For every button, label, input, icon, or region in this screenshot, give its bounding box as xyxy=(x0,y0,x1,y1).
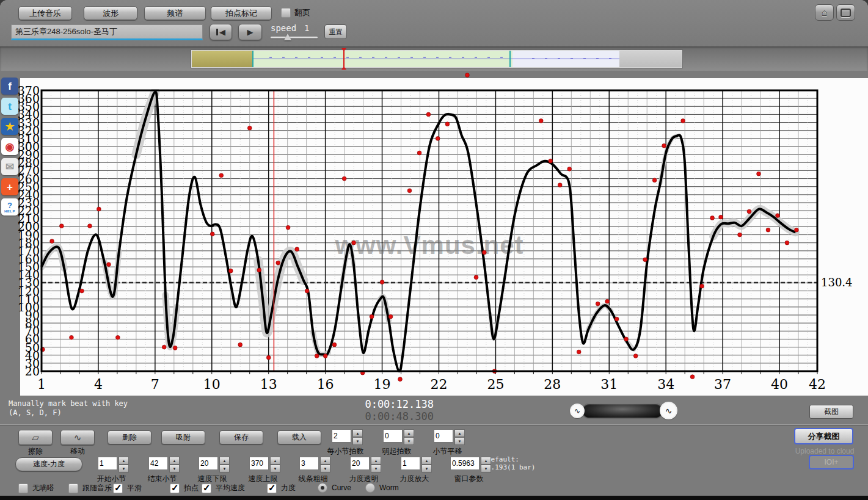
mean-tempo-option[interactable]: 平均速度 xyxy=(202,483,245,493)
worm-option[interactable]: Worm xyxy=(365,483,399,493)
toolbar-button-upload[interactable]: 上传音乐 xyxy=(18,6,72,20)
bar-shift-spinner[interactable]: ▲▼ xyxy=(434,429,465,445)
dyn-alpha-down-arrow[interactable]: ▼ xyxy=(371,465,381,473)
prev-button[interactable]: ◀ xyxy=(210,24,232,40)
beat-dot[interactable] xyxy=(370,314,374,319)
beat-dot[interactable] xyxy=(596,302,600,306)
beat-dot[interactable] xyxy=(643,258,647,262)
erase-button[interactable]: ▱ xyxy=(18,430,53,445)
tempo-min-up-arrow[interactable]: ▲ xyxy=(219,457,230,465)
tempo-chart[interactable]: www.Vmus.net130.437036035034033032031030… xyxy=(20,78,868,396)
pickup-beats-up-arrow[interactable]: ▲ xyxy=(404,429,414,437)
beat-dot[interactable] xyxy=(228,269,233,273)
share-plus-icon[interactable]: + xyxy=(1,178,18,195)
snap-button[interactable]: 吸附 xyxy=(161,430,205,444)
overview-selection-start-marker[interactable] xyxy=(252,51,253,67)
beat-dot[interactable] xyxy=(785,241,789,245)
dyn-scale-spinner[interactable]: ▲▼ xyxy=(401,457,432,473)
toolbar-button-beat-mark[interactable]: 拍点标记 xyxy=(211,6,272,20)
tempo-max-input[interactable] xyxy=(249,457,269,470)
start-bar-input[interactable] xyxy=(98,457,117,470)
no-click-checkbox[interactable] xyxy=(18,484,28,493)
move-button[interactable]: ∿ xyxy=(60,430,95,445)
beat-dot[interactable] xyxy=(115,335,120,339)
beat-dot[interactable] xyxy=(210,232,214,236)
beat-dot[interactable] xyxy=(417,151,421,155)
overview-playhead[interactable] xyxy=(343,48,345,70)
home-button[interactable]: ⌂ xyxy=(815,4,834,21)
end-bar-down-arrow[interactable]: ▼ xyxy=(169,465,180,473)
beats-per-bar-down-arrow[interactable]: ▼ xyxy=(352,437,363,445)
beat-dot[interactable] xyxy=(219,173,224,178)
beat-dot[interactable] xyxy=(482,250,486,255)
beat-points-option[interactable]: 拍点 xyxy=(170,483,199,493)
beat-dot[interactable] xyxy=(162,345,166,349)
bar-shift-down-arrow[interactable]: ▼ xyxy=(454,437,465,445)
pickup-beats-input[interactable] xyxy=(383,429,403,443)
line-width-input[interactable] xyxy=(299,457,319,470)
beat-dot[interactable] xyxy=(107,263,111,267)
beat-dot[interactable] xyxy=(352,241,356,245)
beat-dot[interactable] xyxy=(332,342,337,347)
beat-dot[interactable] xyxy=(567,167,572,171)
curve-radio[interactable] xyxy=(318,483,327,493)
qzone-icon[interactable]: ★ xyxy=(1,118,18,135)
beat-dot[interactable] xyxy=(539,119,543,123)
beat-dot[interactable] xyxy=(700,284,704,288)
beat-dot[interactable] xyxy=(257,268,261,272)
tempo-min-down-arrow[interactable]: ▼ xyxy=(219,465,230,473)
bar-shift-input[interactable] xyxy=(434,429,453,443)
start-bar-spinner[interactable]: ▲▼ xyxy=(98,457,129,473)
beat-points-checkbox[interactable] xyxy=(170,484,180,493)
play-button[interactable]: ▶ xyxy=(238,24,262,40)
beat-dot[interactable] xyxy=(719,215,723,219)
beat-dot[interactable] xyxy=(380,280,384,284)
pickup-beats-down-arrow[interactable]: ▼ xyxy=(404,437,414,445)
smooth-option[interactable]: 平滑 xyxy=(113,483,142,493)
beat-dot[interactable] xyxy=(59,224,64,228)
beats-per-bar-input[interactable] xyxy=(332,429,351,443)
curve-option[interactable]: Curve xyxy=(318,483,351,493)
twitter-icon[interactable]: t xyxy=(1,98,18,115)
beat-dot[interactable] xyxy=(624,337,629,341)
beat-dot[interactable] xyxy=(577,350,581,354)
beat-dot[interactable] xyxy=(558,183,562,187)
beat-dot[interactable] xyxy=(315,354,319,358)
beat-dot[interactable] xyxy=(70,335,74,339)
beat-dot[interactable] xyxy=(662,143,666,148)
beat-dot[interactable] xyxy=(652,178,657,183)
start-bar-down-arrow[interactable]: ▼ xyxy=(119,465,129,473)
beats-per-bar-spinner[interactable]: ▲▼ xyxy=(332,429,363,445)
beat-dot[interactable] xyxy=(398,377,403,382)
overview-selection-end-marker[interactable] xyxy=(509,51,511,67)
tempo-max-down-arrow[interactable]: ▼ xyxy=(270,465,280,473)
share-screenshot-button[interactable]: 分享截图 xyxy=(794,428,853,444)
dyn-alpha-up-arrow[interactable]: ▲ xyxy=(371,457,381,465)
beat-dot[interactable] xyxy=(266,355,271,360)
dyn-scale-down-arrow[interactable]: ▼ xyxy=(421,465,432,473)
beat-dot[interactable] xyxy=(238,342,243,347)
filename-input[interactable] xyxy=(11,24,203,40)
beat-dot[interactable] xyxy=(286,225,290,230)
page-turn-option[interactable]: 翻页 xyxy=(281,7,310,18)
beat-dot[interactable] xyxy=(247,126,252,130)
window-param-up-arrow[interactable]: ▲ xyxy=(481,457,491,465)
end-bar-up-arrow[interactable]: ▲ xyxy=(169,457,180,465)
dyn-alpha-spinner[interactable]: ▲▼ xyxy=(350,457,381,473)
line-width-spinner[interactable]: ▲▼ xyxy=(299,457,330,473)
toolbar-button-spectrum[interactable]: 频谱 xyxy=(144,6,206,20)
end-bar-input[interactable] xyxy=(148,457,168,470)
toolbar-button-waveform[interactable]: 波形 xyxy=(84,6,137,20)
beat-dot[interactable] xyxy=(690,375,695,379)
save-button[interactable]: 保存 xyxy=(219,430,263,444)
beat-dot[interactable] xyxy=(173,346,177,350)
mail-icon[interactable]: ✉ xyxy=(1,158,18,175)
no-click-option[interactable]: 无嘀嗒 xyxy=(18,483,54,493)
tempo-min-input[interactable] xyxy=(199,457,218,470)
speed-slider[interactable] xyxy=(271,34,318,41)
beat-dot[interactable] xyxy=(757,172,761,176)
beat-dot[interactable] xyxy=(388,314,393,319)
tempo-max-up-arrow[interactable]: ▲ xyxy=(270,457,280,465)
beat-dot[interactable] xyxy=(276,261,280,265)
beat-dot[interactable] xyxy=(474,275,478,280)
